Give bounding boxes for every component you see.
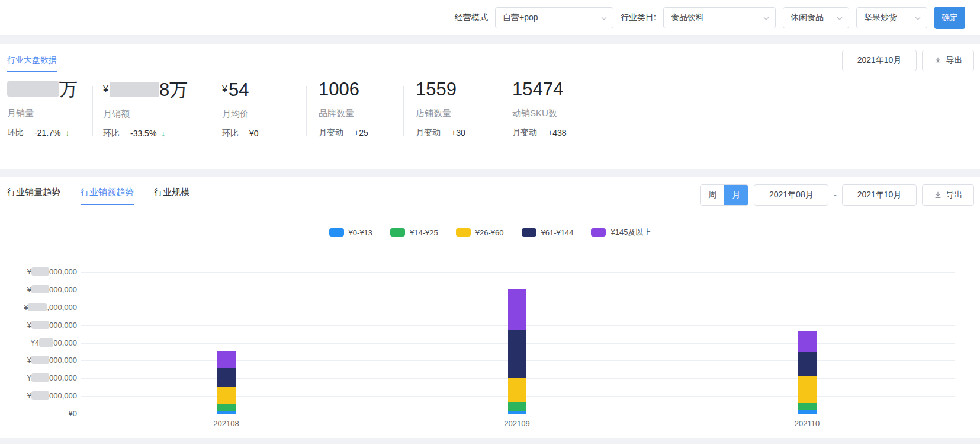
- category-l2-value: 休闲食品: [791, 12, 824, 23]
- divider: [92, 86, 93, 136]
- overview-export-button[interactable]: 导出: [922, 50, 974, 71]
- bar-segment-202108[interactable]: [217, 368, 236, 387]
- tab-sales-trend[interactable]: 行业销额趋势: [81, 187, 134, 205]
- export-label: 导出: [946, 55, 963, 66]
- legend-swatch: [591, 228, 606, 237]
- stat-sub: 环比-21.7%↓: [7, 127, 92, 138]
- legend-label: ¥61-¥144: [541, 228, 574, 237]
- bar-segment-202110[interactable]: [798, 376, 817, 402]
- trend-tabs: 行业销量趋势 行业销额趋势 行业规模: [7, 187, 189, 205]
- stat-sub: 环比-33.5%↓: [103, 128, 210, 139]
- y-axis-label: ¥000,000: [18, 356, 77, 365]
- bar-segment-202109[interactable]: [508, 411, 526, 414]
- legend-label: ¥14-¥25: [410, 228, 438, 237]
- bar-segment-202109[interactable]: [508, 402, 526, 411]
- download-icon: [934, 191, 942, 199]
- bar-segment-202109[interactable]: [508, 330, 526, 378]
- chevron-down-icon: [836, 15, 843, 21]
- y-axis-label: ¥000,000: [18, 373, 77, 382]
- tab-volume-trend[interactable]: 行业销量趋势: [7, 187, 60, 205]
- censored-digits: [31, 356, 49, 364]
- stat-sub: 月变动+438: [512, 127, 607, 138]
- stat-store-count: 1559 店铺数量 月变动+30: [416, 77, 493, 172]
- mode-select[interactable]: 自营+pop: [495, 7, 613, 28]
- stat-label: 品牌数量: [319, 108, 396, 119]
- y-axis-label: ¥000,000: [18, 321, 77, 330]
- category-l3-select[interactable]: 坚果炒货: [856, 7, 927, 28]
- chevron-down-icon: [914, 15, 921, 21]
- category-l1-select[interactable]: 食品饮料: [663, 7, 776, 28]
- stat-average-price: ¥54 月均价 环比¥0: [222, 77, 299, 172]
- confirm-button[interactable]: 确定: [934, 7, 965, 29]
- x-axis-line: [81, 414, 955, 414]
- period-toggle: 周 月: [700, 184, 748, 206]
- censored-value: [110, 82, 159, 97]
- toggle-week[interactable]: 周: [701, 185, 724, 205]
- bar-segment-202110[interactable]: [798, 331, 817, 352]
- tab-industry-overview[interactable]: 行业大盘数据: [7, 55, 57, 72]
- category-l1-value: 食品饮料: [671, 12, 704, 23]
- mode-select-value: 自营+pop: [503, 12, 538, 23]
- divider: [500, 86, 500, 136]
- stat-sub: 环比¥0: [222, 128, 299, 139]
- stat-value: 1006: [319, 77, 396, 102]
- bar-segment-202109[interactable]: [508, 378, 526, 402]
- category-l3-value: 坚果炒货: [864, 12, 897, 23]
- legend-item[interactable]: ¥61-¥144: [522, 227, 574, 238]
- y-axis-label: ¥0: [18, 409, 77, 418]
- stat-value: 15474: [512, 77, 607, 102]
- stat-monthly-volume: 万 月销量 环比-21.7%↓: [7, 77, 92, 172]
- legend-item[interactable]: ¥145及以上: [591, 227, 651, 238]
- date-range-separator: -: [834, 190, 837, 200]
- toggle-month[interactable]: 月: [724, 185, 748, 205]
- x-axis-label: 202109: [493, 419, 541, 428]
- censored-digits: [39, 338, 53, 347]
- download-icon: [934, 56, 942, 65]
- y-axis-label: ¥400,000: [18, 338, 77, 347]
- category-l2-select[interactable]: 休闲食品: [783, 7, 849, 28]
- gridline: [81, 272, 955, 273]
- censored-value: [7, 81, 59, 97]
- stat-brand-count: 1006 品牌数量 月变动+25: [319, 77, 396, 172]
- bar-segment-202108[interactable]: [217, 387, 236, 404]
- divider: [213, 86, 213, 136]
- trend-export-button[interactable]: 导出: [922, 184, 974, 206]
- y-axis-label: ¥,000,000: [18, 303, 77, 312]
- tab-industry-scale[interactable]: 行业规模: [154, 187, 189, 205]
- bar-segment-202108[interactable]: [217, 351, 236, 368]
- date-from-picker[interactable]: 2021年08月: [754, 184, 828, 206]
- stacked-bar-chart: ¥0¥000,000¥000,000¥000,000¥400,000¥000,0…: [0, 248, 980, 435]
- legend-item[interactable]: ¥26-¥60: [456, 227, 504, 238]
- chevron-down-icon: [763, 15, 770, 21]
- export-label: 导出: [946, 190, 963, 200]
- trend-panel: 行业销量趋势 行业销额趋势 行业规模 周 月 2021年08月 - 2021年1…: [0, 177, 980, 438]
- down-arrow-icon: ↓: [161, 129, 165, 138]
- legend-label: ¥0-¥13: [349, 228, 372, 237]
- chevron-down-icon: [600, 15, 608, 21]
- legend-swatch: [329, 228, 344, 237]
- divider: [403, 86, 404, 136]
- bar-segment-202110[interactable]: [798, 410, 817, 414]
- date-to-picker[interactable]: 2021年10月: [842, 184, 917, 206]
- censored-digits: [28, 303, 47, 311]
- stat-label: 月销量: [7, 108, 92, 119]
- stat-value: ¥54: [222, 77, 299, 103]
- bar-segment-202109[interactable]: [508, 289, 526, 330]
- x-axis-label: 202108: [203, 419, 250, 428]
- bar-segment-202110[interactable]: [798, 403, 817, 410]
- stat-value: 1559: [416, 77, 493, 102]
- chart-legend: ¥0-¥13¥14-¥25¥26-¥60¥61-¥144¥145及以上: [0, 227, 980, 238]
- bar-segment-202108[interactable]: [217, 404, 236, 411]
- mode-label: 经营模式: [455, 12, 488, 23]
- stat-label: 店铺数量: [416, 108, 493, 119]
- legend-label: ¥26-¥60: [475, 228, 504, 237]
- stat-label: 月销额: [103, 108, 210, 120]
- stat-monthly-sales: ¥8万 月销额 环比-33.5%↓: [103, 77, 210, 172]
- bar-segment-202108[interactable]: [217, 411, 236, 414]
- overview-panel: 行业大盘数据 2021年10月 导出 万 月销量 环比-21.7%↓ ¥8万 月…: [0, 44, 980, 169]
- legend-item[interactable]: ¥14-¥25: [390, 227, 438, 238]
- bar-segment-202110[interactable]: [798, 352, 817, 377]
- down-arrow-icon: ↓: [65, 128, 69, 138]
- legend-item[interactable]: ¥0-¥13: [329, 227, 372, 238]
- overview-month-picker[interactable]: 2021年10月: [842, 50, 917, 71]
